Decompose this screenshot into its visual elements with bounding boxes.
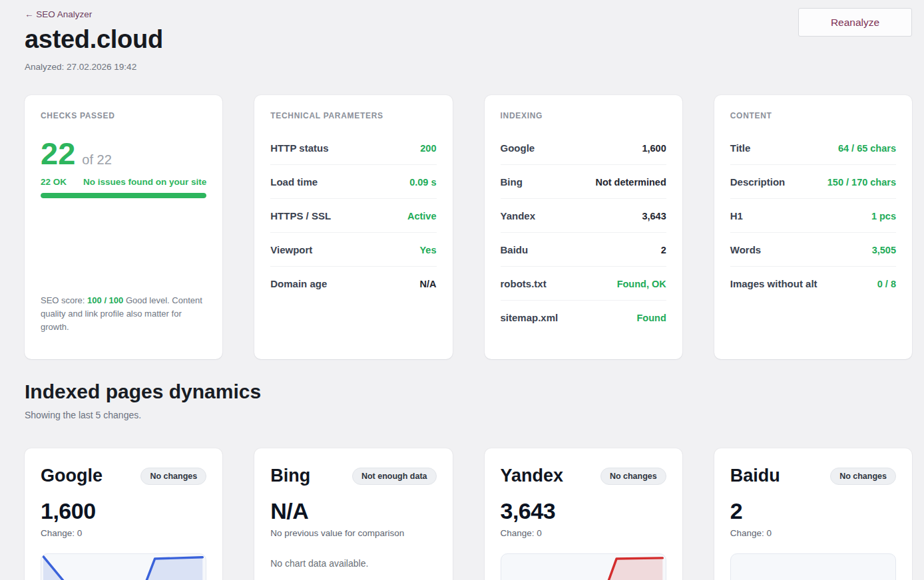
param-row: Description 150 / 170 chars bbox=[730, 165, 896, 199]
param-row: Viewport Yes bbox=[270, 233, 436, 267]
indexed-count: N/A bbox=[270, 498, 436, 524]
checks-status-message: No issues found on your site bbox=[83, 177, 206, 187]
checks-score: 22 of 22 bbox=[41, 138, 206, 169]
param-row: Bing Not determined bbox=[501, 165, 666, 199]
indexing-card: INDEXING Google 1,600 Bing Not determine… bbox=[485, 95, 682, 359]
engine-name: Baidu bbox=[730, 466, 780, 486]
dynamics-card-bing: Bing Not enough data N/A No previous val… bbox=[254, 448, 452, 580]
param-value: 1,600 bbox=[642, 143, 666, 154]
checks-progress-fill bbox=[41, 193, 206, 198]
param-row: Google 1,600 bbox=[501, 131, 666, 165]
card-label: INDEXING bbox=[501, 111, 666, 120]
checks-passed-card: CHECKS PASSED 22 of 22 22 OK No issues f… bbox=[25, 95, 222, 359]
param-label: sitemap.xml bbox=[501, 312, 559, 323]
engine-name: Google bbox=[41, 466, 103, 486]
card-label: CONTENT bbox=[730, 111, 896, 120]
sparkline-chart bbox=[501, 553, 666, 580]
param-value: 1 pcs bbox=[871, 211, 896, 221]
change-label: Change: 0 bbox=[730, 528, 896, 538]
param-value: 150 / 170 chars bbox=[827, 177, 896, 188]
param-label: Images without alt bbox=[730, 278, 817, 289]
card-label: TECHNICAL PARAMETERS bbox=[270, 111, 436, 120]
param-row: Words 3,505 bbox=[730, 233, 896, 267]
page: ← SEO Analyzer Reanalyze asted.cloud Ana… bbox=[0, 0, 924, 580]
change-label: Change: 0 bbox=[501, 528, 666, 538]
dynamics-cards-grid: Google No changes 1,600 Change: 0 Bing N… bbox=[25, 448, 912, 580]
summary-cards-grid: CHECKS PASSED 22 of 22 22 OK No issues f… bbox=[25, 95, 912, 359]
change-label: Change: 0 bbox=[41, 528, 206, 538]
analyzed-timestamp: Analyzed: 27.02.2026 19:42 bbox=[25, 62, 912, 72]
checks-passed-count: 22 bbox=[41, 138, 75, 169]
content-card: CONTENT Title 64 / 65 chars Description … bbox=[714, 95, 912, 359]
param-row: Images without alt 0 / 8 bbox=[730, 267, 896, 300]
sparkline-chart bbox=[41, 553, 206, 580]
status-badge: No changes bbox=[600, 468, 666, 485]
indexed-count: 2 bbox=[730, 498, 896, 524]
param-label: Google bbox=[501, 142, 535, 154]
param-label: HTTP status bbox=[270, 142, 328, 154]
param-label: Yandex bbox=[501, 210, 536, 221]
param-label: Words bbox=[730, 244, 761, 255]
card-label: CHECKS PASSED bbox=[41, 111, 206, 120]
engine-name: Yandex bbox=[501, 466, 564, 486]
param-label: Load time bbox=[270, 176, 318, 188]
param-row: robots.txt Found, OK bbox=[501, 267, 666, 301]
param-value: 0.09 s bbox=[409, 177, 436, 188]
param-row: Baidu 2 bbox=[501, 233, 666, 267]
seo-score-prefix: SEO score: bbox=[41, 295, 87, 305]
param-row: Load time 0.09 s bbox=[270, 165, 436, 199]
dynamics-section-title: Indexed pages dynamics bbox=[25, 380, 912, 403]
param-label: Baidu bbox=[501, 244, 529, 255]
back-link[interactable]: ← SEO Analyzer bbox=[25, 9, 92, 19]
param-label: H1 bbox=[730, 210, 743, 221]
indexed-count: 1,600 bbox=[41, 498, 206, 524]
dynamics-card-yandex: Yandex No changes 3,643 Change: 0 bbox=[485, 448, 682, 580]
param-label: HTTPS / SSL bbox=[270, 210, 331, 221]
seo-score-value: 100 / 100 bbox=[87, 295, 123, 305]
param-label: Description bbox=[730, 176, 786, 188]
checks-status-row: 22 OK No issues found on your site bbox=[41, 177, 206, 187]
param-label: robots.txt bbox=[501, 278, 547, 289]
technical-parameters-card: TECHNICAL PARAMETERS HTTP status 200 Loa… bbox=[254, 95, 452, 359]
param-value: Yes bbox=[420, 245, 437, 255]
param-value: 3,643 bbox=[642, 211, 666, 221]
param-value: 64 / 65 chars bbox=[838, 143, 896, 154]
param-value: Not determined bbox=[595, 177, 666, 188]
dynamics-section-subtitle: Showing the last 5 changes. bbox=[25, 410, 912, 420]
indexed-count: 3,643 bbox=[501, 498, 666, 524]
status-badge: No changes bbox=[140, 468, 206, 485]
param-value: 0 / 8 bbox=[877, 279, 896, 289]
engine-name: Bing bbox=[270, 466, 310, 486]
checks-progress-bar bbox=[41, 193, 206, 198]
param-row: HTTPS / SSL Active bbox=[270, 199, 436, 233]
reanalyze-button[interactable]: Reanalyze bbox=[798, 8, 912, 37]
change-label: No previous value for comparison bbox=[270, 528, 436, 538]
param-value: 2 bbox=[661, 245, 666, 255]
seo-score-note: SEO score: 100 / 100 Good level. Content… bbox=[41, 294, 206, 334]
sparkline-chart bbox=[730, 553, 896, 580]
param-value: Active bbox=[407, 211, 437, 221]
param-row: Title 64 / 65 chars bbox=[730, 131, 896, 165]
param-label: Viewport bbox=[270, 244, 312, 255]
param-row: Yandex 3,643 bbox=[501, 199, 666, 233]
param-row: sitemap.xml Found bbox=[501, 301, 666, 334]
status-badge: Not enough data bbox=[352, 468, 437, 485]
no-chart-message: No chart data available. bbox=[270, 558, 436, 569]
checks-total: of 22 bbox=[82, 152, 111, 168]
param-label: Bing bbox=[501, 176, 523, 188]
param-row: H1 1 pcs bbox=[730, 199, 896, 233]
page-title: asted.cloud bbox=[25, 25, 912, 54]
param-value: N/A bbox=[420, 279, 437, 289]
status-badge: No changes bbox=[830, 468, 896, 485]
param-value: 3,505 bbox=[872, 245, 896, 255]
param-row: HTTP status 200 bbox=[270, 131, 436, 165]
param-value: Found bbox=[636, 313, 666, 323]
param-row: Domain age N/A bbox=[270, 267, 436, 300]
dynamics-card-baidu: Baidu No changes 2 Change: 0 bbox=[714, 448, 912, 580]
param-value: 200 bbox=[420, 143, 436, 154]
dynamics-card-google: Google No changes 1,600 Change: 0 bbox=[25, 448, 222, 580]
checks-ok-count: 22 OK bbox=[41, 177, 67, 187]
param-label: Domain age bbox=[270, 278, 327, 289]
param-label: Title bbox=[730, 142, 751, 154]
param-value: Found, OK bbox=[617, 279, 666, 289]
